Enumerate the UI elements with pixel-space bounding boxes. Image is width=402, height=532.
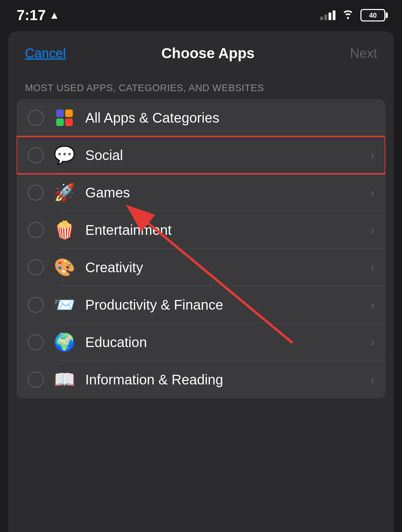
svg-rect-1 <box>65 109 73 117</box>
icon-all-apps <box>53 107 76 129</box>
label-entertainment: Entertainment <box>85 222 366 238</box>
label-productivity: Productivity & Finance <box>85 297 366 313</box>
app-category-list: All Apps & Categories 💬 Social › 🚀 Games… <box>17 99 385 398</box>
list-item-entertainment[interactable]: 🍿 Entertainment › <box>17 211 385 249</box>
label-creativity: Creativity <box>85 260 366 275</box>
svg-rect-3 <box>65 118 73 126</box>
svg-rect-0 <box>56 109 64 117</box>
radio-productivity[interactable] <box>28 297 44 313</box>
status-bar: 7:17 ▲ 40 <box>0 0 402 28</box>
section-label: MOST USED APPS, CATEGORIES, AND WEBSITES <box>8 72 394 99</box>
label-all-apps: All Apps & Categories <box>85 110 374 126</box>
radio-games[interactable] <box>28 185 44 201</box>
time-display: 7:17 <box>17 7 46 24</box>
list-item-all-apps[interactable]: All Apps & Categories <box>17 99 385 136</box>
battery-indicator: 40 <box>360 9 385 21</box>
radio-reading[interactable] <box>28 372 44 388</box>
signal-bars <box>320 10 335 20</box>
cancel-button[interactable]: Cancel <box>25 46 66 61</box>
list-item-social[interactable]: 💬 Social › <box>17 136 385 174</box>
list-item-reading[interactable]: 📖 Information & Reading › <box>17 361 385 398</box>
signal-bar-3 <box>329 12 331 20</box>
next-button[interactable]: Next <box>350 46 377 61</box>
icon-reading: 📖 <box>53 369 76 391</box>
label-games: Games <box>85 185 366 201</box>
signal-bar-4 <box>333 10 335 20</box>
signal-bar-1 <box>320 17 323 20</box>
battery-level: 40 <box>369 11 377 19</box>
list-item-games[interactable]: 🚀 Games › <box>17 174 385 211</box>
radio-all-apps[interactable] <box>28 110 44 126</box>
icon-social: 💬 <box>53 144 76 166</box>
label-reading: Information & Reading <box>85 372 366 388</box>
wifi-icon <box>342 9 354 21</box>
chevron-productivity: › <box>370 298 374 312</box>
radio-education[interactable] <box>28 334 44 350</box>
chevron-entertainment: › <box>370 223 374 237</box>
modal-container: Cancel Choose Apps Next MOST USED APPS, … <box>8 31 394 532</box>
label-education: Education <box>85 335 366 350</box>
list-item-productivity[interactable]: 📨 Productivity & Finance › <box>17 286 385 323</box>
chevron-reading: › <box>370 373 374 387</box>
location-icon: ▲ <box>49 9 60 21</box>
chevron-games: › <box>370 186 374 200</box>
icon-games: 🚀 <box>53 181 76 204</box>
nav-bar: Cancel Choose Apps Next <box>8 31 394 72</box>
status-right: 40 <box>320 9 385 21</box>
svg-rect-2 <box>56 118 64 126</box>
chevron-education: › <box>370 336 374 349</box>
page-title: Choose Apps <box>161 45 255 62</box>
radio-creativity[interactable] <box>28 259 44 275</box>
icon-creativity: 🎨 <box>53 256 76 278</box>
icon-entertainment: 🍿 <box>53 219 76 241</box>
signal-bar-2 <box>324 15 327 20</box>
icon-education: 🌍 <box>53 331 76 353</box>
chevron-creativity: › <box>370 261 374 274</box>
status-time: 7:17 ▲ <box>17 7 60 24</box>
radio-entertainment[interactable] <box>28 222 44 238</box>
radio-social[interactable] <box>28 147 44 163</box>
list-item-creativity[interactable]: 🎨 Creativity › <box>17 249 385 286</box>
list-item-education[interactable]: 🌍 Education › <box>17 323 385 361</box>
chevron-social: › <box>370 149 374 162</box>
icon-productivity: 📨 <box>53 294 76 316</box>
label-social: Social <box>85 148 366 163</box>
